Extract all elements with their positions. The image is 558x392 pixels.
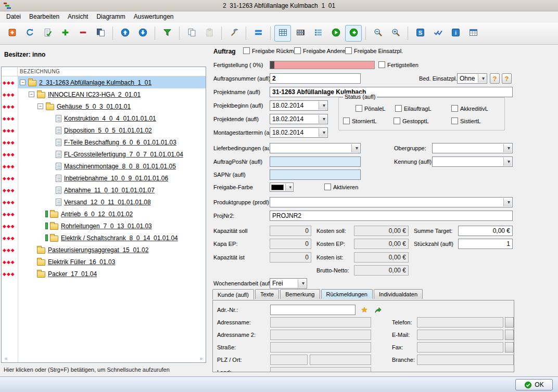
- toolbar-button-move-down[interactable]: [134, 25, 151, 42]
- quick-search-hint[interactable]: Hier klicken oder (Strg+F) betätigen, um…: [0, 363, 208, 376]
- checkbox-box[interactable]: [451, 117, 458, 124]
- toolbar-button-paste[interactable]: [201, 25, 218, 42]
- tree-item[interactable]: ◆◆◆Rohrleitungen 7 0 13 01.01.03: [2, 220, 206, 232]
- open-address-button[interactable]: [372, 305, 384, 315]
- toolbar-button-zoom-out[interactable]: [370, 25, 386, 42]
- toolbar-button-copy[interactable]: [183, 25, 200, 42]
- tab-individualdaten[interactable]: Individualdaten: [374, 289, 423, 299]
- checkbox-box[interactable]: [343, 117, 350, 124]
- ok-button[interactable]: OK: [515, 379, 553, 390]
- checkbox-gestoppt[interactable]: GestopptL: [394, 117, 429, 124]
- project-end-date[interactable]: 18.02.2014: [270, 114, 328, 124]
- fax-button[interactable]: [505, 342, 514, 352]
- dial-button[interactable]: [505, 317, 514, 328]
- help-button-2[interactable]: ?: [502, 73, 512, 84]
- sap-nr-input[interactable]: [270, 169, 361, 180]
- tree-item[interactable]: ◆◆◆Packer 17 01.04: [2, 268, 206, 280]
- checkbox-aktivieren[interactable]: Aktivieren: [324, 184, 358, 190]
- stueckzahl-input[interactable]: [458, 239, 513, 249]
- tree-item[interactable]: ◆◆◆Pasteurisierungsaggregat 15 01.02: [2, 244, 206, 256]
- project-start-date[interactable]: 18.02.2014: [270, 100, 328, 111]
- tree-item[interactable]: ◆◆◆Versand 12 0 11 01.01.01.08: [2, 196, 206, 208]
- toolbar-button-window-table[interactable]: [465, 25, 481, 42]
- delivery-terms-select[interactable]: [270, 143, 361, 153]
- tab-rueckmeldungen[interactable]: Rückmeldungen: [321, 289, 373, 299]
- toolbar-button-add[interactable]: [57, 25, 73, 42]
- menu-item-datei[interactable]: Datei: [2, 12, 25, 21]
- release-color-select[interactable]: [270, 182, 294, 192]
- checkbox-box[interactable]: [324, 184, 331, 190]
- tree-column-header[interactable]: BEZEICHNUNG: [2, 67, 206, 76]
- favorite-star-button[interactable]: ★: [359, 305, 370, 315]
- menu-item-bearbeiten[interactable]: Bearbeiten: [25, 12, 64, 21]
- tree-item[interactable]: ◆◆◆−INNOCLEAN IC23-HGA 2 01.01: [2, 88, 206, 100]
- toolbar-button-check-all[interactable]: [429, 25, 446, 42]
- tree-item[interactable]: ◆◆◆FL-Grossteilefertigung 7 0 7 01.01.01…: [2, 148, 206, 160]
- tree-item[interactable]: ◆◆◆Elektrik / Schaltschrank 8 0 14 01.01…: [2, 232, 206, 244]
- tree-scroll-left-icon[interactable]: «: [5, 356, 8, 361]
- help-button-1[interactable]: ?: [490, 73, 500, 84]
- checkbox-freigabe-rueckm[interactable]: Freigabe Rückm.: [243, 47, 296, 54]
- checkbox-box[interactable]: [345, 47, 352, 54]
- product-group-select[interactable]: [270, 197, 513, 207]
- checkbox-fertigstellen[interactable]: Fertigstellen: [378, 61, 418, 68]
- tree-item[interactable]: ◆◆◆−Gehäuse 5 0 3 01.01.01: [2, 100, 206, 112]
- email-button[interactable]: [505, 330, 514, 340]
- toolbar-button-refresh[interactable]: [21, 25, 38, 42]
- checkbox-freigabe-andere[interactable]: Freigabe Andere: [294, 47, 345, 54]
- checkbox-box[interactable]: [378, 61, 385, 68]
- collapse-box-icon[interactable]: −: [37, 103, 43, 109]
- tree-item[interactable]: ◆◆◆Antrieb 6 0 12 01.01.02: [2, 208, 206, 220]
- checkbox-box[interactable]: [394, 117, 400, 124]
- toolbar-button-table-view[interactable]: [274, 25, 291, 42]
- checkbox-box[interactable]: [356, 105, 362, 112]
- tree-scroll-right-icon[interactable]: »: [199, 356, 202, 361]
- collapse-box-icon[interactable]: −: [20, 80, 26, 85]
- collapse-box-icon[interactable]: −: [29, 92, 34, 97]
- order-number-input[interactable]: [270, 73, 361, 84]
- tree-item[interactable]: ◆◆◆Inbetriebnahme 10 0 9 01.01.01.06: [2, 172, 206, 184]
- toolbar-button-list-view[interactable]: [310, 25, 326, 42]
- toolbar-button-new-entry[interactable]: [4, 25, 20, 42]
- tree-item[interactable]: ◆◆◆Abnahme 11 0 10 01.01.01.07: [2, 184, 206, 196]
- menu-item-ansicht[interactable]: Ansicht: [64, 12, 92, 21]
- assembly-start-date[interactable]: 18.02.2014: [270, 127, 328, 138]
- checkbox-poenale[interactable]: PönaleL: [356, 105, 385, 112]
- toolbar-button-move-up[interactable]: [117, 25, 133, 42]
- summe-target-input[interactable]: [458, 226, 513, 236]
- tree-item[interactable]: ◆◆◆Disposition 5 0 5 01.01.01.02: [2, 124, 206, 136]
- checkbox-sistiert[interactable]: SistiertL: [451, 117, 481, 124]
- toolbar-button-zoom-in[interactable]: [387, 25, 404, 42]
- bed-einsatzpl-select[interactable]: Ohne: [457, 73, 487, 84]
- project-name-input[interactable]: [270, 87, 513, 97]
- tab-bemerkung[interactable]: Bemerkung: [280, 289, 320, 299]
- tab-kunde[interactable]: Kunde (aufl): [212, 289, 254, 299]
- kennung-select[interactable]: [432, 156, 513, 167]
- toolbar-button-remove[interactable]: [74, 25, 91, 42]
- tree-item[interactable]: ◆◆◆Konstruktion 4 0 4 01.01.01.01: [2, 112, 206, 124]
- toolbar-button-back[interactable]: [345, 25, 362, 42]
- obergruppe-select[interactable]: [432, 143, 513, 153]
- toolbar-button-filter[interactable]: [159, 25, 175, 42]
- tree-item[interactable]: ◆◆◆Elektrik Füller 16 01.03: [2, 256, 206, 268]
- checkbox-box[interactable]: [395, 105, 402, 112]
- projnr2-input[interactable]: [270, 211, 513, 221]
- toolbar-button-gantt-view[interactable]: [292, 25, 309, 42]
- tab-texte[interactable]: Texte: [255, 289, 279, 299]
- menu-item-auswertungen[interactable]: Auswertungen: [130, 12, 178, 21]
- weekend-work-select[interactable]: Frei: [270, 278, 307, 289]
- toolbar-button-start[interactable]: [327, 25, 344, 42]
- menu-item-diagramm[interactable]: Diagramm: [92, 12, 129, 21]
- adr-nr-input[interactable]: [270, 305, 356, 315]
- checkbox-eilauftrag[interactable]: EilauftragL: [395, 105, 432, 112]
- checkbox-box[interactable]: [243, 47, 250, 54]
- checkbox-akkreditiv[interactable]: AkkreditivL: [451, 105, 488, 112]
- toolbar-button-rows[interactable]: [250, 25, 267, 42]
- checkbox-box[interactable]: [294, 47, 301, 54]
- toolbar-button-duplicate[interactable]: [92, 25, 109, 42]
- checkbox-storniert[interactable]: StorniertL: [343, 117, 377, 124]
- tree-item[interactable]: ◆◆◆F-Teile Beschaffung 6 0 6 01.01.01.03: [2, 136, 206, 148]
- checkbox-freigabe-einsatzpl[interactable]: Freigabe Einsatzpl.: [345, 47, 403, 54]
- checkbox-box[interactable]: [451, 105, 458, 112]
- tree-item[interactable]: ◆◆◆−2 31-1263 Abfüllanlage Kulmbach 1 01: [2, 76, 206, 88]
